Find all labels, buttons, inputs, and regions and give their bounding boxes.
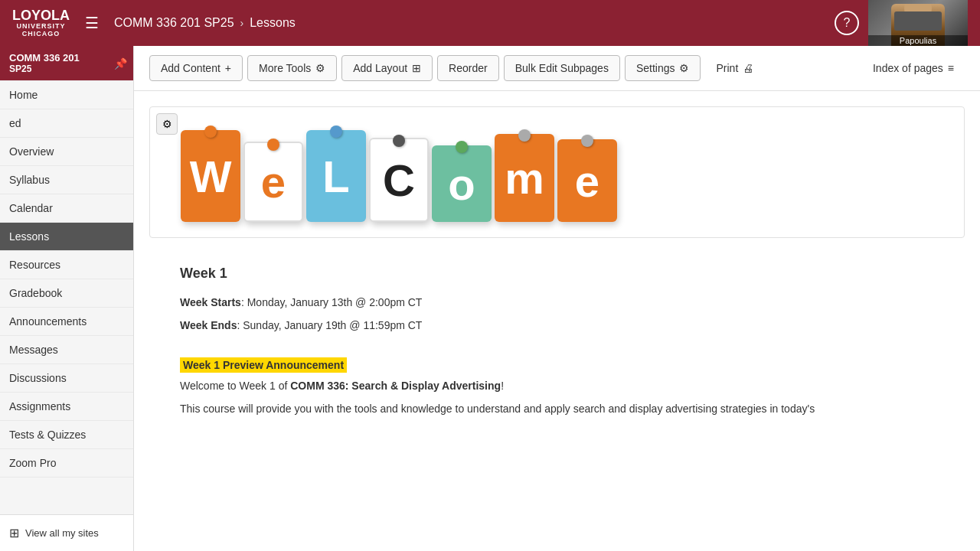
sidebar-item-lessons[interactable]: Lessons xyxy=(0,223,133,251)
more-tools-label: More Tools xyxy=(259,62,311,74)
index-label: Index of pages xyxy=(873,62,943,74)
welcome-image: W e L xyxy=(150,107,964,237)
sidebar-nav: COMM 336 201 SP25 📌 Home ed Overview Syl… xyxy=(0,46,133,514)
breadcrumb: COMM 336 201 SP25 › Lessons xyxy=(114,16,296,30)
sidebar-item-assignments[interactable]: Assignments xyxy=(0,393,133,421)
breadcrumb-course[interactable]: COMM 336 201 SP25 xyxy=(114,16,234,30)
avatar-container: Papoulias xyxy=(868,0,968,46)
index-of-pages-button[interactable]: Index of pages ≡ xyxy=(862,56,965,80)
sidebar-item-gradebook[interactable]: Gradebook xyxy=(0,279,133,308)
week-ends: Week Ends: Sunday, January 19th @ 11:59p… xyxy=(180,317,934,334)
settings-icon: ⚙ xyxy=(679,62,689,74)
settings-button[interactable]: Settings ⚙ xyxy=(625,55,701,81)
index-icon: ≡ xyxy=(948,62,954,74)
letter-o: o xyxy=(432,145,492,222)
view-all-sites-label: View all my sites xyxy=(25,527,99,539)
sidebar-item-calendar[interactable]: Calendar xyxy=(0,194,133,223)
toolbar: Add Content + More Tools ⚙ Add Layout ⊞ … xyxy=(134,46,980,91)
content-area: Add Content + More Tools ⚙ Add Layout ⊞ … xyxy=(134,46,980,551)
sidebar-footer: ⊞ View all my sites xyxy=(0,514,133,551)
add-layout-icon: ⊞ xyxy=(412,62,421,74)
print-icon: 🖨 xyxy=(743,62,753,74)
letter-L: L xyxy=(306,130,366,222)
settings-label: Settings xyxy=(636,62,675,74)
print-button[interactable]: Print 🖨 xyxy=(705,56,764,80)
announcement-title: Week 1 Preview Announcement xyxy=(180,357,347,373)
week-title: Week 1 xyxy=(180,266,934,282)
sidebar-item-overview[interactable]: Overview xyxy=(0,138,133,166)
sidebar-course-name: COMM 336 201 xyxy=(9,52,80,64)
sidebar-item-resources[interactable]: Resources xyxy=(0,251,133,279)
week-description: This course will provide you with the to… xyxy=(180,400,934,417)
week-starts-label: Week Starts xyxy=(180,296,241,308)
sidebar-item-messages[interactable]: Messages xyxy=(0,336,133,364)
bulk-edit-label: Bulk Edit Subpages xyxy=(515,62,609,74)
sidebar-item-discussions[interactable]: Discussions xyxy=(0,364,133,393)
pin-m xyxy=(518,129,531,142)
hamburger-icon[interactable]: ☰ xyxy=(85,14,99,32)
add-layout-label: Add Layout xyxy=(353,62,407,74)
add-content-icon: + xyxy=(225,62,231,74)
add-content-button[interactable]: Add Content + xyxy=(149,55,243,81)
letter-C: C xyxy=(369,138,429,222)
week-body: Welcome to Week 1 of COMM 336: Search & … xyxy=(180,377,934,394)
header-right: ? Papoulias xyxy=(835,0,968,46)
bulk-edit-button[interactable]: Bulk Edit Subpages xyxy=(504,55,620,81)
letter-e2: e xyxy=(557,139,617,222)
sidebar-item-announcements[interactable]: Announcements xyxy=(0,308,133,336)
sidebar-item-syllabus[interactable]: Syllabus xyxy=(0,166,133,194)
week-starts: Week Starts: Monday, January 13th @ 2:00… xyxy=(180,294,934,311)
pin-e xyxy=(267,139,279,151)
pin-o xyxy=(456,141,468,153)
sidebar-item-tests-quizzes[interactable]: Tests & Quizzes xyxy=(0,421,133,449)
pin-e2 xyxy=(581,135,593,147)
add-layout-button[interactable]: Add Layout ⊞ xyxy=(341,55,433,81)
print-label: Print xyxy=(716,62,738,74)
letter-m: m xyxy=(495,134,554,222)
pin-W xyxy=(204,126,217,138)
sidebar-item-zoom-pro[interactable]: Zoom Pro xyxy=(0,449,133,478)
reorder-button[interactable]: Reorder xyxy=(437,55,499,81)
letter-W: W xyxy=(181,130,240,222)
announcement-course: COMM 336: Search & Display Advertising xyxy=(290,380,501,392)
more-tools-icon: ⚙ xyxy=(315,62,325,74)
announcement-body2: ! xyxy=(501,380,504,392)
breadcrumb-current: Lessons xyxy=(250,16,296,30)
breadcrumb-separator: › xyxy=(240,17,244,29)
week-ends-value: Sunday, January 19th @ 11:59pm CT xyxy=(243,319,422,331)
pin-icon: 📌 xyxy=(114,57,127,70)
announcement-body1: Welcome to Week 1 of xyxy=(180,380,290,392)
reorder-label: Reorder xyxy=(449,62,488,74)
header: LOYOLA UNIVERSITY CHICAGO ☰ COMM 336 201… xyxy=(0,0,980,46)
view-all-sites-button[interactable]: ⊞ View all my sites xyxy=(0,515,133,551)
pin-L xyxy=(330,126,342,138)
block-gear-button[interactable]: ⚙ xyxy=(156,113,178,135)
week-content: Week 1 Week Starts: Monday, January 13th… xyxy=(149,250,965,433)
week-starts-value: Monday, January 13th @ 2:00pm CT xyxy=(247,296,423,308)
week-ends-label: Week Ends xyxy=(180,319,237,331)
avatar-name-label: Papoulias xyxy=(868,35,968,46)
welcome-block: ⚙ W e xyxy=(149,106,965,238)
welcome-letters: W e L xyxy=(181,130,617,222)
logo-area: LOYOLA UNIVERSITY CHICAGO ☰ xyxy=(12,8,99,37)
logo-text: LOYOLA UNIVERSITY CHICAGO xyxy=(12,8,70,37)
sidebar-item-home[interactable]: Home xyxy=(0,81,133,109)
sidebar: COMM 336 201 SP25 📌 Home ed Overview Syl… xyxy=(0,46,134,551)
more-tools-button[interactable]: More Tools ⚙ xyxy=(247,55,337,81)
pin-C xyxy=(393,135,405,147)
letter-e: e xyxy=(243,142,303,222)
sidebar-item-ed[interactable]: ed xyxy=(0,109,133,138)
grid-icon: ⊞ xyxy=(9,526,19,540)
add-content-label: Add Content xyxy=(161,62,220,74)
help-icon[interactable]: ? xyxy=(835,11,859,35)
sidebar-course-header[interactable]: COMM 336 201 SP25 📌 xyxy=(0,46,133,81)
page-content: ⚙ W e xyxy=(134,91,980,551)
main-layout: COMM 336 201 SP25 📌 Home ed Overview Syl… xyxy=(0,46,980,551)
sidebar-course-section: SP25 xyxy=(9,64,80,74)
avatar-image: Papoulias xyxy=(868,0,968,46)
